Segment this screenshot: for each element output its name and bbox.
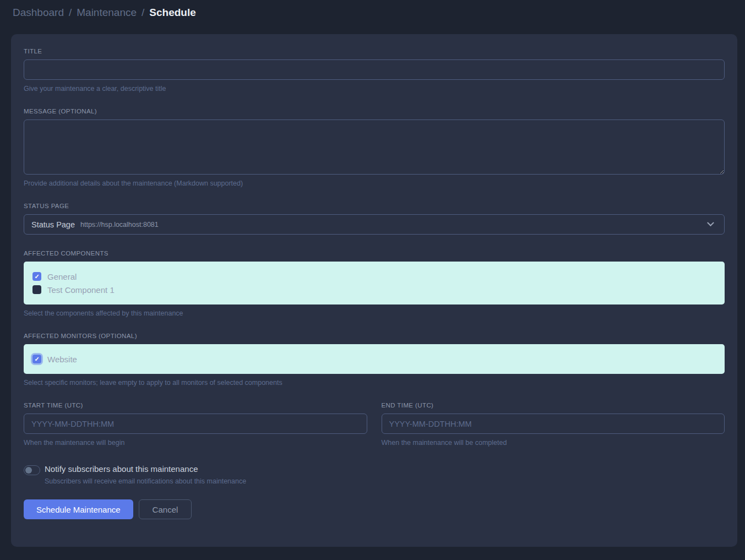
affected-monitors-box: ✓ Website <box>24 344 725 374</box>
title-section: TITLE Give your maintenance a clear, des… <box>24 48 725 93</box>
status-page-section: STATUS PAGE Status Page https://hsp.loca… <box>24 203 725 235</box>
component-option-test-component-1[interactable]: ✓ Test Component 1 <box>32 283 716 296</box>
breadcrumb-schedule-current: Schedule <box>149 7 195 19</box>
end-time-input[interactable] <box>382 414 725 434</box>
check-icon: ✓ <box>34 356 39 362</box>
schedule-maintenance-button[interactable]: Schedule Maintenance <box>24 499 133 519</box>
end-time-section: END TIME (UTC) When the maintenance will… <box>382 402 725 447</box>
affected-components-box: ✓ General ✓ Test Component 1 <box>24 262 725 305</box>
title-label: TITLE <box>24 48 725 55</box>
start-time-label: START TIME (UTC) <box>24 402 367 409</box>
affected-components-label: AFFECTED COMPONENTS <box>24 250 725 257</box>
status-page-select[interactable]: Status Page https://hsp.localhost:8081 <box>24 214 725 235</box>
start-time-section: START TIME (UTC) When the maintenance wi… <box>24 402 367 447</box>
monitor-option-label: Website <box>47 355 77 364</box>
checkbox-test-component-1[interactable]: ✓ <box>32 285 41 294</box>
notify-texts: Notify subscribers about this maintenanc… <box>45 464 246 485</box>
schedule-maintenance-form-card: TITLE Give your maintenance a clear, des… <box>11 34 737 547</box>
affected-components-section: AFFECTED COMPONENTS ✓ General ✓ Test Com… <box>24 250 725 317</box>
breadcrumb: Dashboard / Maintenance / Schedule <box>13 7 732 19</box>
component-option-general[interactable]: ✓ General <box>32 270 716 283</box>
status-page-selected-name: Status Page <box>31 220 75 229</box>
affected-monitors-section: AFFECTED MONITORS (OPTIONAL) ✓ Website S… <box>24 333 725 387</box>
start-time-input[interactable] <box>24 414 367 434</box>
end-time-label: END TIME (UTC) <box>382 402 725 409</box>
start-time-helper: When the maintenance will begin <box>24 439 367 447</box>
affected-monitors-label: AFFECTED MONITORS (OPTIONAL) <box>24 333 725 339</box>
message-helper: Provide additional details about the mai… <box>24 180 725 187</box>
check-icon: ✓ <box>34 274 39 280</box>
cancel-button[interactable]: Cancel <box>139 499 192 519</box>
chevron-down-icon <box>707 219 714 226</box>
notify-toggle[interactable] <box>24 465 40 475</box>
breadcrumb-separator: / <box>69 7 72 19</box>
status-page-selected-url: https://hsp.localhost:8081 <box>80 221 159 229</box>
end-time-helper: When the maintenance will be completed <box>382 439 725 447</box>
message-label: MESSAGE (OPTIONAL) <box>24 108 725 115</box>
notify-helper: Subscribers will receive email notificat… <box>45 477 246 485</box>
component-option-label: Test Component 1 <box>47 285 115 295</box>
message-section: MESSAGE (OPTIONAL) Provide additional de… <box>24 108 725 187</box>
checkbox-website[interactable]: ✓ <box>32 355 41 363</box>
notify-label: Notify subscribers about this maintenanc… <box>45 464 246 474</box>
checkbox-general[interactable]: ✓ <box>32 272 41 281</box>
affected-monitors-helper: Select specific monitors; leave empty to… <box>24 379 725 387</box>
breadcrumb-separator: / <box>142 7 144 19</box>
breadcrumb-maintenance[interactable]: Maintenance <box>77 7 137 19</box>
form-actions: Schedule Maintenance Cancel <box>24 499 725 519</box>
notify-subscribers-row: Notify subscribers about this maintenanc… <box>24 464 725 485</box>
message-textarea[interactable] <box>24 119 725 175</box>
top-bar: Dashboard / Maintenance / Schedule <box>0 0 745 28</box>
affected-components-helper: Select the components affected by this m… <box>24 309 725 317</box>
monitor-option-website[interactable]: ✓ Website <box>32 352 716 366</box>
title-helper: Give your maintenance a clear, descripti… <box>24 85 725 93</box>
breadcrumb-dashboard[interactable]: Dashboard <box>13 7 64 19</box>
time-fields-row: START TIME (UTC) When the maintenance wi… <box>24 402 725 447</box>
component-option-label: General <box>47 272 77 281</box>
toggle-knob <box>25 467 32 474</box>
status-page-label: STATUS PAGE <box>24 203 725 209</box>
title-input[interactable] <box>24 59 725 80</box>
